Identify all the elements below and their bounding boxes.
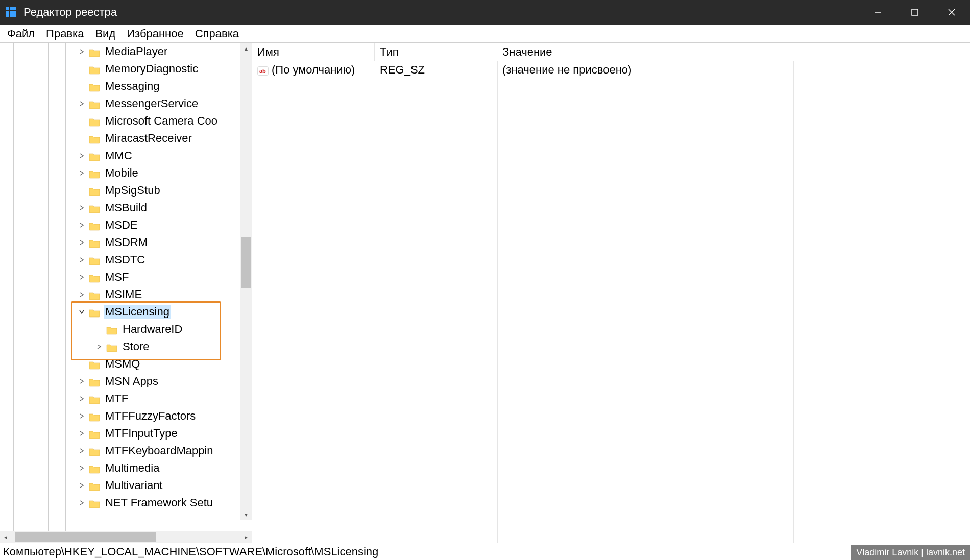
tree-item[interactable]: MiracastReceiver (0, 130, 252, 147)
folder-icon (89, 116, 100, 126)
app-icon (5, 6, 17, 18)
tree-item-label: MiracastReceiver (104, 132, 193, 145)
menu-help[interactable]: Справка (191, 26, 243, 41)
vertical-scrollbar[interactable]: ▴ ▾ (240, 43, 252, 520)
tree-item[interactable]: Store (0, 338, 252, 355)
folder-icon (89, 255, 100, 264)
tree-item[interactable]: HardwareID (0, 321, 252, 338)
tree-item[interactable]: MSIME (0, 286, 252, 303)
expander-icon[interactable] (75, 446, 89, 455)
folder-icon (89, 134, 100, 143)
expander-icon[interactable] (75, 498, 89, 507)
cell-type: REG_SZ (380, 63, 425, 77)
svg-rect-5 (13, 11, 16, 14)
tree-item[interactable]: Mobile (0, 164, 252, 182)
maximize-button[interactable] (896, 0, 933, 25)
minimize-button[interactable] (860, 0, 896, 25)
expander-icon[interactable] (75, 203, 89, 212)
tree-item-label: MMC (104, 149, 133, 162)
tree-item-label: Multimedia (104, 461, 160, 475)
expander-icon[interactable] (75, 411, 89, 421)
menu-edit[interactable]: Правка (42, 26, 88, 41)
expander-icon[interactable] (75, 47, 89, 56)
expander-icon[interactable] (75, 221, 89, 230)
tree-item-label: Microsoft Camera Coo (104, 114, 219, 128)
cell-name: (По умолчанию) (272, 63, 355, 77)
tree-item[interactable]: MSDRM (0, 234, 252, 251)
tree-item[interactable]: MediaPlayer (0, 43, 252, 60)
listview-header: Имя Тип Значение (252, 43, 970, 61)
tree-item[interactable]: MpSigStub (0, 182, 252, 199)
expander-icon[interactable] (75, 238, 89, 247)
expander-icon[interactable] (75, 290, 89, 299)
tree-item[interactable]: MTFKeyboardMappin (0, 442, 252, 459)
watermark: Vladimir Lavnik | lavnik.net (851, 545, 970, 560)
tree-item[interactable]: MTF (0, 390, 252, 407)
expander-icon[interactable] (75, 307, 89, 316)
expander-icon[interactable] (75, 273, 89, 282)
tree-item[interactable]: Microsoft Camera Coo (0, 112, 252, 130)
expander-icon[interactable] (92, 342, 106, 351)
listview-body[interactable]: ab (По умолчанию) REG_SZ (значение не пр… (252, 61, 970, 543)
tree-item[interactable]: MSDTC (0, 251, 252, 269)
tree-item[interactable]: Messaging (0, 78, 252, 95)
window-controls (860, 0, 970, 25)
tree-item-label: Store (122, 340, 151, 353)
tree-item-label: MSIME (104, 288, 143, 301)
tree-item[interactable]: Multivariant (0, 477, 252, 494)
hscroll-thumb[interactable] (15, 532, 156, 542)
tree-item[interactable]: NET Framework Setu (0, 494, 252, 512)
tree-item[interactable]: MessengerService (0, 95, 252, 112)
expander-icon[interactable] (75, 464, 89, 473)
tree-item[interactable]: MSLicensing (0, 303, 252, 321)
expander-icon[interactable] (75, 255, 89, 264)
tree-item[interactable]: MTFFuzzyFactors (0, 407, 252, 425)
tree-item[interactable]: MSDE (0, 216, 252, 234)
folder-icon (89, 481, 100, 490)
tree-item-label: MTF (104, 392, 129, 405)
expander-icon[interactable] (75, 168, 89, 178)
tree-item[interactable]: MSBuild (0, 199, 252, 216)
tree-item[interactable]: MSN Apps (0, 373, 252, 390)
scroll-left-icon[interactable]: ◂ (0, 531, 11, 543)
col-name[interactable]: Имя (252, 43, 375, 61)
tree-item[interactable]: MemoryDiagnostic (0, 60, 252, 78)
tree-item[interactable]: MMC (0, 147, 252, 164)
col-type[interactable]: Тип (375, 43, 497, 61)
folder-icon (89, 359, 100, 369)
expander-icon[interactable] (75, 377, 89, 386)
folder-icon (89, 203, 100, 212)
tree-item[interactable]: Multimedia (0, 459, 252, 477)
tree-item-label: HardwareID (122, 323, 183, 336)
listview-row[interactable]: ab (По умолчанию) REG_SZ (значение не пр… (252, 61, 970, 79)
expander-icon[interactable] (75, 394, 89, 403)
tree-item-label: MTFKeyboardMappin (104, 444, 214, 457)
folder-icon (89, 394, 100, 403)
expander-icon[interactable] (75, 429, 89, 438)
close-button[interactable] (933, 0, 970, 25)
expander-icon[interactable] (75, 151, 89, 160)
menu-view[interactable]: Вид (91, 26, 119, 41)
horizontal-scrollbar[interactable]: ◂ ▸ (0, 531, 252, 543)
scroll-right-icon[interactable]: ▸ (240, 531, 252, 543)
folder-icon (89, 82, 100, 91)
menu-file[interactable]: Файл (3, 26, 39, 41)
svg-rect-3 (6, 11, 9, 14)
expander-icon[interactable] (75, 99, 89, 108)
tree-item[interactable]: MTFInputType (0, 425, 252, 442)
folder-icon (89, 99, 100, 108)
tree-scroll[interactable]: MediaPlayerMemoryDiagnosticMessagingMess… (0, 43, 252, 531)
scroll-down-icon[interactable]: ▾ (240, 509, 252, 520)
scroll-up-icon[interactable]: ▴ (240, 43, 252, 54)
tree-item[interactable]: MSF (0, 269, 252, 286)
menu-favorites[interactable]: Избранное (123, 26, 188, 41)
svg-rect-10 (912, 9, 918, 15)
app-window: Редактор реестра Файл Правка Вид Избранн… (0, 0, 970, 560)
vscroll-thumb[interactable] (241, 237, 251, 288)
tree-item-label: MpSigStub (104, 184, 161, 197)
tree-item-label: MSDRM (104, 236, 149, 249)
col-value[interactable]: Значение (497, 43, 793, 61)
expander-icon[interactable] (75, 481, 89, 490)
tree-item[interactable]: MSMQ (0, 355, 252, 373)
folder-icon (89, 238, 100, 247)
